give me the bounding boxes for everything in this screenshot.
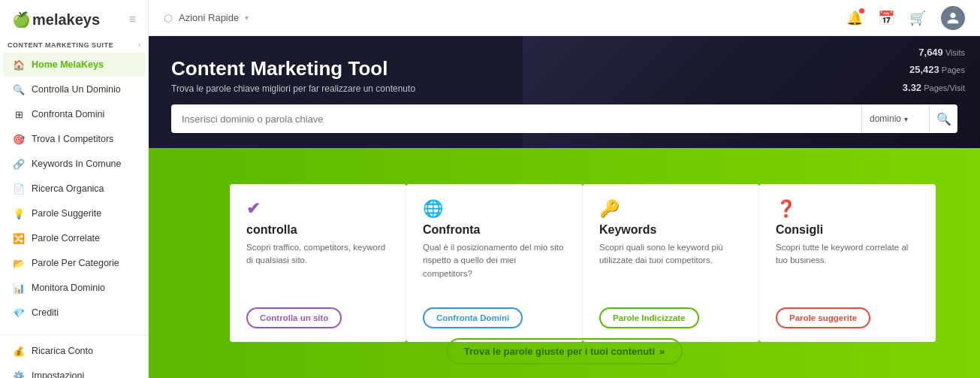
card-title-0: controlla — [246, 223, 389, 237]
logo-text: melakeys — [32, 11, 100, 29]
card-btn-1[interactable]: Confronta Domini — [423, 307, 523, 328]
card-consigli: ❓ Consigli Scopri tutte le keyword corre… — [759, 184, 936, 342]
card-btn-0[interactable]: Controlla un sito — [246, 307, 342, 328]
sidebar-bottom: 💰Ricarica Conto⚙️Impostazioni — [0, 334, 148, 378]
sidebar-item-keywords-in-comune[interactable]: 🔗Keywords In Comune — [3, 152, 145, 176]
sidebar-icon-10: 💎 — [12, 306, 26, 319]
sidebar-icon-3: 🎯 — [12, 132, 26, 146]
sidebar-item-trova-i-competitors[interactable]: 🎯Trova I Competitors — [3, 127, 145, 151]
hero-subtitle: Trova le parole chiave migliori per far … — [171, 83, 415, 94]
sidebar-icon-2: ⊞ — [12, 107, 26, 121]
hero-dropdown-chevron-icon: ▾ — [904, 115, 908, 123]
cards-container: ✔ controlla Scopri traffico, competitors… — [230, 184, 936, 342]
hero-search-button[interactable]: 🔍 — [929, 104, 957, 133]
sidebar: 🍏 melakeys ≡ CONTENT MARKETING SUITE › 🏠… — [0, 0, 149, 378]
sidebar-item-parole-suggerite[interactable]: 💡Parole Suggerite — [3, 201, 145, 225]
sidebar-section-label: CONTENT MARKETING SUITE — [8, 41, 113, 49]
sidebar-bottom-icon-0: 💰 — [12, 344, 26, 358]
sidebar-bottom-icon-1: ⚙️ — [12, 369, 26, 378]
sidebar-items-list: 🏠Home MelaKeys🔍Controlla Un Dominio⊞Conf… — [0, 52, 148, 325]
sidebar-icon-0: 🏠 — [12, 58, 26, 71]
card-confronta: 🌐 Confronta Qual è il posizionamento del… — [406, 184, 583, 342]
sidebar-item-parole-correlate[interactable]: 🔀Parole Correlate — [3, 226, 145, 250]
sidebar-item-confronta-domini[interactable]: ⊞Confronta Domini — [3, 102, 145, 126]
card-desc-2: Scopri quali sono le keyword più utilizz… — [599, 241, 742, 268]
sidebar-icon-8: 📂 — [12, 256, 26, 270]
sidebar-item-controlla-un-dominio[interactable]: 🔍Controlla Un Dominio — [3, 77, 145, 101]
card-btn-3[interactable]: Parole suggerite — [776, 307, 870, 328]
sidebar-icon-6: 💡 — [12, 207, 26, 220]
card-title-3: Consigli — [776, 223, 919, 237]
cart-icon[interactable]: 🛒 — [909, 10, 926, 26]
sidebar-item-monitora-dominio[interactable]: 📊Monitora Dominio — [3, 276, 145, 300]
sidebar-item-parole-per-categorie[interactable]: 📂Parole Per Categorie — [3, 251, 145, 275]
sidebar-item-home-melakeys[interactable]: 🏠Home MelaKeys — [3, 53, 145, 77]
sidebar-section-header: CONTENT MARKETING SUITE › — [0, 36, 148, 52]
card-icon-1: 🌐 — [423, 199, 565, 219]
user-avatar[interactable] — [941, 6, 965, 30]
sidebar-bottom-label-0: Ricarica Conto — [32, 346, 93, 356]
sidebar-label-6: Parole Suggerite — [32, 208, 101, 219]
sidebar-label-4: Keywords In Comune — [32, 159, 122, 169]
sidebar-label-8: Parole Per Categorie — [32, 258, 119, 268]
hero-title: Content Marketing Tool — [171, 57, 387, 80]
sidebar-bottom-item-impostazioni[interactable]: ⚙️Impostazioni — [3, 364, 145, 378]
hero-search-row: dominio ▾ 🔍 — [171, 104, 957, 133]
stat-visits-num: 7,649 — [918, 47, 943, 58]
cards-section: ✔ controlla Scopri traffico, competitors… — [149, 148, 980, 378]
calendar-icon[interactable]: 📅 — [878, 10, 894, 26]
hero-section: 7,649 Visits 25,423 Pages 3.32 Pages/Vis… — [149, 36, 980, 148]
sidebar-icon-5: 📄 — [12, 182, 26, 195]
sidebar-label-0: Home MelaKeys — [32, 59, 104, 70]
stat-visits-label: Visits — [945, 48, 965, 57]
sidebar-icon-9: 📊 — [12, 281, 26, 295]
sidebar-section-expand-icon[interactable]: › — [138, 41, 140, 49]
topbar-left: ⬡ Azioni Rapide ▾ — [164, 12, 249, 24]
bottom-cta: Trova le parole giuste per i tuoi conten… — [446, 338, 683, 364]
sidebar-label-2: Confronta Domini — [32, 109, 104, 119]
stat-pagesvisit-label: Pages/Visit — [924, 83, 965, 92]
sidebar-label-1: Controlla Un Dominio — [32, 84, 121, 95]
brand-logo: 🍏 melakeys — [12, 11, 100, 29]
quick-actions-chevron-icon[interactable]: ▾ — [245, 14, 249, 22]
card-keywords: 🔑 Keywords Scopri quali sono le keyword … — [583, 184, 759, 342]
sidebar-bottom-label-1: Impostazioni — [32, 370, 84, 378]
main-content: ⬡ Azioni Rapide ▾ 🔔 📅 🛒 7,649 Visits 25,… — [149, 0, 980, 378]
hamburger-icon[interactable]: ≡ — [129, 13, 136, 26]
search-icon: 🔍 — [936, 112, 951, 126]
card-btn-2[interactable]: Parole Indicizzate — [599, 307, 699, 328]
card-icon-0: ✔ — [246, 199, 389, 219]
stat-pages-num: 25,423 — [909, 64, 939, 75]
topbar: ⬡ Azioni Rapide ▾ 🔔 📅 🛒 — [149, 0, 980, 36]
sidebar-bottom-item-ricarica-conto[interactable]: 💰Ricarica Conto — [3, 339, 145, 363]
hero-dropdown[interactable]: dominio ▾ — [861, 104, 929, 133]
card-controlla: ✔ controlla Scopri traffico, competitors… — [230, 184, 406, 342]
bottom-cta-button[interactable]: Trova le parole giuste per i tuoi conten… — [446, 338, 683, 364]
sidebar-item-ricerca-organica[interactable]: 📄Ricerca Organica — [3, 177, 145, 201]
sidebar-icon-1: 🔍 — [12, 83, 26, 96]
sidebar-item-crediti[interactable]: 💎Crediti — [3, 301, 145, 325]
sidebar-label-9: Monitora Dominio — [32, 283, 105, 293]
stat-pagesvisit-num: 3.32 — [903, 82, 921, 93]
notification-dot — [859, 8, 864, 14]
hero-dropdown-label: dominio — [870, 113, 901, 124]
card-icon-2: 🔑 — [599, 199, 742, 219]
logo-apple-icon: 🍏 — [12, 11, 31, 29]
notification-bell-wrapper: 🔔 — [846, 10, 863, 26]
card-title-1: Confronta — [423, 223, 565, 237]
sidebar-label-3: Trova I Competitors — [32, 134, 113, 144]
stat-pages-label: Pages — [942, 65, 965, 74]
sidebar-label-7: Parole Correlate — [32, 233, 100, 243]
sidebar-logo: 🍏 melakeys ≡ — [0, 0, 148, 36]
topbar-right: 🔔 📅 🛒 — [846, 6, 965, 30]
quick-actions-label: Azioni Rapide — [179, 12, 239, 23]
card-desc-1: Qual è il posizionamento del mio sito ri… — [423, 241, 565, 280]
bottom-cta-label: Trova le parole giuste per i tuoi conten… — [464, 346, 655, 357]
sidebar-bottom-items: 💰Ricarica Conto⚙️Impostazioni — [0, 339, 148, 378]
hero-search-input[interactable] — [171, 104, 861, 133]
bottom-cta-arrow-icon: » — [659, 346, 665, 357]
card-icon-3: ❓ — [776, 199, 919, 219]
card-desc-3: Scopri tutte le keyword correlate al tuo… — [776, 241, 919, 268]
card-desc-0: Scopri traffico, competitors, keyword di… — [246, 241, 389, 268]
hero-stats: 7,649 Visits 25,423 Pages 3.32 Pages/Vis… — [903, 44, 965, 96]
